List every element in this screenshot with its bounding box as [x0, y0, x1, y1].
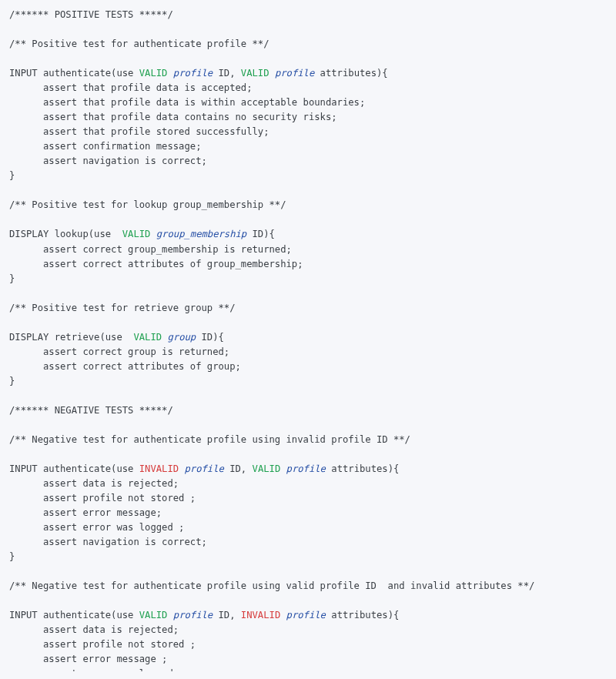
code-line: /****** POSITIVE TESTS *****/ — [9, 8, 607, 22]
code-line — [9, 316, 607, 330]
keyword-valid: VALID — [139, 610, 168, 620]
code-line: DISPLAY lookup(use VALID group_membershi… — [9, 227, 607, 242]
code-line: assert correct attributes of group_membe… — [9, 257, 607, 272]
code-line — [9, 52, 607, 66]
keyword-invalid: INVALID — [139, 463, 179, 474]
code-line: } — [9, 374, 607, 389]
code-line: /** Negative test for authenticate profi… — [9, 433, 607, 447]
keyword-valid: VALID — [241, 68, 270, 79]
code-line: assert data is rejected; — [9, 477, 607, 491]
code-line: } — [9, 272, 607, 286]
code-line — [9, 564, 607, 579]
code-line: assert error message ; — [9, 652, 607, 667]
code-line — [9, 22, 607, 37]
code-line: assert that profile data contains no sec… — [9, 110, 607, 125]
entity-name: group — [167, 332, 196, 343]
code-line: assert profile not stored ; — [9, 491, 607, 506]
code-line: /** Positive test for authenticate profi… — [9, 37, 607, 52]
code-line: /** Negative test for authenticate profi… — [9, 579, 607, 594]
code-line — [9, 389, 607, 403]
keyword-valid: VALID — [122, 229, 151, 239]
code-line: /****** NEGATIVE TESTS *****/ — [9, 403, 607, 418]
code-line: assert error was logged ; — [9, 667, 607, 671]
code-line: } — [9, 169, 607, 183]
code-line: } — [9, 550, 607, 564]
code-line: DISPLAY retrieve(use VALID group ID){ — [9, 330, 607, 345]
code-line: assert that profile stored successfully; — [9, 125, 607, 139]
code-line: assert profile not stored ; — [9, 637, 607, 652]
code-line: assert correct attributes of group; — [9, 360, 607, 374]
keyword-valid: VALID — [253, 463, 281, 474]
code-line: assert correct group is returned; — [9, 345, 607, 360]
entity-name: group_membership — [156, 229, 246, 239]
code-line: INPUT authenticate(use INVALID profile I… — [9, 462, 607, 477]
entity-name: profile — [286, 463, 326, 474]
code-line: assert correct group_membership is retur… — [9, 242, 607, 257]
code-line: /** Positive test for lookup group_membe… — [9, 198, 607, 212]
code-line — [9, 183, 607, 198]
code-line — [9, 447, 607, 462]
code-line: assert confirmation message; — [9, 139, 607, 154]
code-line: INPUT authenticate(use VALID profile ID,… — [9, 66, 607, 81]
code-line — [9, 418, 607, 433]
code-line: assert data is rejected; — [9, 623, 607, 637]
keyword-invalid: INVALID — [241, 610, 280, 620]
code-line — [9, 594, 607, 608]
code-listing: /****** POSITIVE TESTS *****/ /** Positi… — [0, 0, 616, 671]
entity-name: profile — [286, 610, 326, 620]
entity-name: profile — [184, 463, 223, 474]
code-line: assert that profile data is within accep… — [9, 95, 607, 110]
code-line: assert error message; — [9, 506, 607, 520]
entity-name: profile — [173, 610, 213, 620]
code-line: assert error was logged ; — [9, 520, 607, 535]
code-line — [9, 286, 607, 301]
code-line: /** Positive test for retrieve group **/ — [9, 301, 607, 316]
entity-name: profile — [173, 68, 213, 79]
code-line: assert navigation is correct; — [9, 535, 607, 550]
keyword-valid: VALID — [139, 68, 168, 79]
code-line: INPUT authenticate(use VALID profile ID,… — [9, 608, 607, 623]
code-line: assert navigation is correct; — [9, 154, 607, 169]
keyword-valid: VALID — [133, 332, 162, 343]
entity-name: profile — [275, 68, 314, 79]
code-line — [9, 212, 607, 227]
code-line: assert that profile data is accepted; — [9, 81, 607, 95]
